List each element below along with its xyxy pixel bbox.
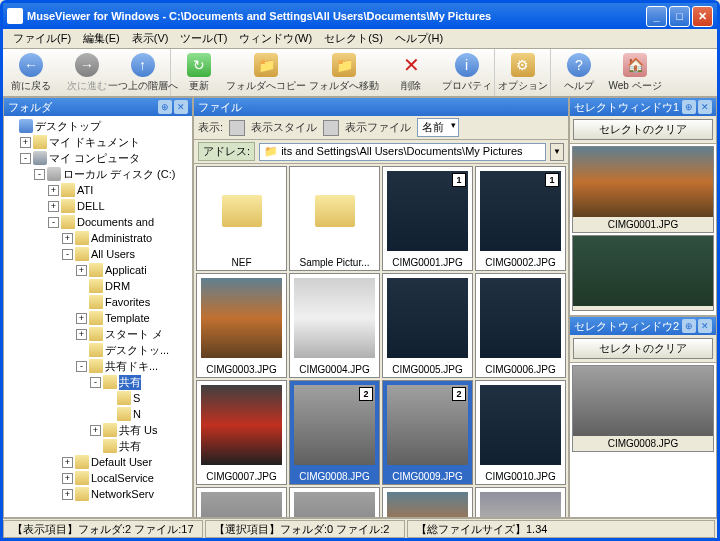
tree-expander-icon[interactable]: + [90,425,101,436]
tree-expander-icon[interactable]: + [76,265,87,276]
help-button[interactable]: ?ヘルプ [551,49,607,96]
tree-label[interactable]: Documents and [77,216,154,228]
tree-label[interactable]: マイ コンピュータ [49,151,140,166]
minimize-button[interactable]: _ [646,6,667,27]
tree-node[interactable]: +マイ ドキュメント [6,134,190,150]
tree-node[interactable]: -Documents and [6,214,190,230]
tree-node[interactable]: -マイ コンピュータ [6,150,190,166]
panel-close-icon[interactable]: ✕ [698,319,712,333]
tree-node[interactable]: -共有ドキ... [6,358,190,374]
select-thumb[interactable] [572,235,714,311]
panel-close-icon[interactable]: ✕ [698,100,712,114]
tree-node[interactable]: +共有 Us [6,422,190,438]
tree-label[interactable]: ATI [77,184,93,196]
view-filter-icon[interactable] [323,120,339,136]
tree-node[interactable]: +スタート メ [6,326,190,342]
sort-combo[interactable]: 名前 [417,118,459,137]
select2-list[interactable]: CIMG0008.JPG [570,363,716,517]
tree-label[interactable]: S [133,392,140,404]
clear-select1-button[interactable]: セレクトのクリア [573,119,713,140]
delete-button[interactable]: ✕削除 [383,49,439,96]
thumbnail-item[interactable]: CIMG0004.JPG [289,273,380,378]
thumbnail-item[interactable]: CIMG0010.JPG [475,380,566,485]
pin-icon[interactable]: ⊕ [158,100,172,114]
address-dropdown-icon[interactable]: ▼ [550,143,564,161]
tree-node[interactable]: +Applicati [6,262,190,278]
tree-label[interactable]: Template [105,312,150,324]
folder-tree[interactable]: デスクトップ+マイ ドキュメント-マイ コンピュータ-ローカル ディスク (C:… [4,116,192,517]
tree-node[interactable]: -ローカル ディスク (C:) [6,166,190,182]
maximize-button[interactable]: □ [669,6,690,27]
tree-label[interactable]: NetworkServ [91,488,154,500]
titlebar[interactable]: MuseViewer for Windows - C:\Documents an… [3,3,717,29]
tree-node[interactable]: +LocalService [6,470,190,486]
tree-expander-icon[interactable]: - [76,361,87,372]
pin-icon[interactable]: ⊕ [682,100,696,114]
tree-expander-icon[interactable]: - [20,153,31,164]
tree-label[interactable]: LocalService [91,472,154,484]
tree-node[interactable]: -All Users [6,246,190,262]
tree-label[interactable]: Administrato [91,232,152,244]
pin-icon[interactable]: ⊕ [682,319,696,333]
clear-select2-button[interactable]: セレクトのクリア [573,338,713,359]
thumbnail-item[interactable]: 2CIMG0008.JPG [289,380,380,485]
tree-node[interactable]: 共有 [6,438,190,454]
tree-label[interactable]: デスクトッ... [105,343,169,358]
tree-label[interactable]: ローカル ディスク (C:) [63,167,175,182]
thumbnail-item[interactable] [196,487,287,517]
menu-file[interactable]: ファイル(F) [7,29,77,48]
menu-help[interactable]: ヘルプ(H) [389,29,449,48]
tree-label[interactable]: マイ ドキュメント [49,135,140,150]
up-button[interactable]: ↑一つ上の階層へ [115,49,171,96]
tree-expander-icon[interactable]: + [62,473,73,484]
tree-label[interactable]: DELL [77,200,105,212]
refresh-button[interactable]: ↻更新 [171,49,227,96]
tree-node[interactable]: DRM [6,278,190,294]
tree-expander-icon[interactable]: - [90,377,101,388]
copy-button[interactable]: 📁フォルダへコピー [227,49,305,96]
tree-node[interactable]: +Administrato [6,230,190,246]
thumbnail-grid[interactable]: NEFSample Pictur...1CIMG0001.JPG1CIMG000… [194,164,568,517]
tree-label[interactable]: N [133,408,141,420]
tree-node[interactable]: +ATI [6,182,190,198]
thumbnail-item[interactable]: Sample Pictur... [289,166,380,271]
view-style-icon[interactable] [229,120,245,136]
tree-label[interactable]: All Users [91,248,135,260]
tree-label[interactable]: DRM [105,280,130,292]
tree-label[interactable]: 共有ドキ... [105,359,158,374]
tree-node[interactable]: S [6,390,190,406]
thumbnail-item[interactable]: 2CIMG0009.JPG [382,380,473,485]
menu-tool[interactable]: ツール(T) [174,29,233,48]
address-input[interactable]: 📁 its and Settings\All Users\Documents\M… [259,143,546,161]
tree-expander-icon[interactable]: + [20,137,31,148]
tree-label[interactable]: Applicati [105,264,147,276]
tree-node[interactable]: +NetworkServ [6,486,190,502]
thumbnail-item[interactable]: 1CIMG0002.JPG [475,166,566,271]
thumbnail-item[interactable] [289,487,380,517]
tree-node[interactable]: +Template [6,310,190,326]
back-button[interactable]: ←前に戻る [3,49,59,96]
tree-node[interactable]: N [6,406,190,422]
tree-expander-icon[interactable]: + [62,457,73,468]
select-thumb[interactable]: CIMG0008.JPG [572,365,714,452]
panel-close-icon[interactable]: ✕ [174,100,188,114]
menu-edit[interactable]: 編集(E) [77,29,126,48]
thumbnail-item[interactable]: CIMG0003.JPG [196,273,287,378]
move-button[interactable]: 📁フォルダへ移動 [305,49,383,96]
tree-expander-icon[interactable]: + [48,201,59,212]
thumbnail-item[interactable] [475,487,566,517]
thumbnail-item[interactable] [382,487,473,517]
thumbnail-item[interactable]: NEF [196,166,287,271]
thumbnail-item[interactable]: CIMG0007.JPG [196,380,287,485]
option-button[interactable]: ⚙オプション [495,49,551,96]
thumbnail-item[interactable]: 1CIMG0001.JPG [382,166,473,271]
tree-node[interactable]: Favorites [6,294,190,310]
tree-label[interactable]: 共有 Us [119,423,158,438]
tree-node[interactable]: -共有 [6,374,190,390]
close-button[interactable]: ✕ [692,6,713,27]
tree-expander-icon[interactable]: + [62,489,73,500]
tree-expander-icon[interactable]: + [62,233,73,244]
tree-label[interactable]: Favorites [105,296,150,308]
tree-label[interactable]: 共有 [119,375,141,390]
tree-expander-icon[interactable]: + [76,313,87,324]
